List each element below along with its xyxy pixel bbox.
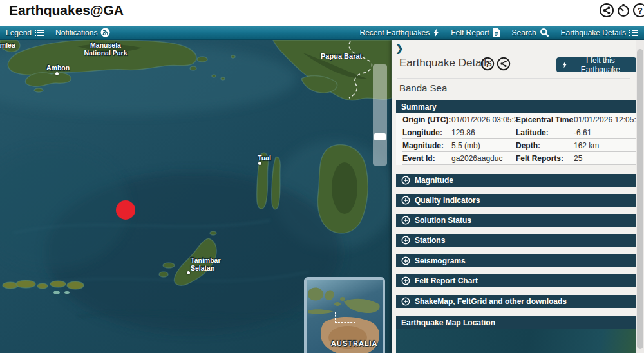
map-label-tual: Tual	[258, 154, 271, 162]
accordion-label: Stations	[415, 236, 445, 245]
document-icon	[493, 28, 500, 37]
plus-circle-icon	[401, 256, 410, 265]
map-zoom-slider[interactable]	[373, 64, 387, 166]
accordion-felt-report-chart[interactable]: Felt Report Chart	[396, 274, 636, 287]
summary-value: 129.86	[451, 126, 516, 139]
accordion-label: Solution Status	[415, 216, 471, 225]
nav-felt-report[interactable]: Felt Report	[445, 26, 506, 40]
panel-help-icon[interactable]: ?	[480, 57, 495, 71]
plus-circle-icon	[401, 236, 410, 245]
map-label-tanimbar: Tanimbar Selatan	[191, 256, 220, 272]
map-label-papua-barat: Papua Barat	[321, 52, 362, 60]
summary-value: 162 km	[574, 139, 636, 152]
summary-section: Summary Origin (UTC): 01/01/2026 03:05:2…	[396, 100, 636, 165]
accordion-label: Quality Indicators	[415, 196, 480, 205]
history-icon[interactable]	[616, 3, 631, 18]
panel-share-icon[interactable]	[497, 57, 511, 71]
summary-label: Magnitude:	[402, 139, 451, 152]
earthquake-location-map-thumbnail	[396, 329, 636, 353]
inset-label-australia: AUSTRALIA	[331, 339, 378, 347]
accordion-label: Magnitude	[415, 176, 453, 185]
list-icon	[35, 29, 44, 37]
nav-search[interactable]: Search	[506, 26, 555, 40]
details-panel: ❯ Earthquake Details ? I felt this Earth…	[392, 40, 636, 353]
map-label-ambon: Ambon	[46, 64, 70, 72]
accordion-label: Felt Report Chart	[415, 276, 478, 285]
overview-inset-map: AUSTRALIA	[304, 277, 385, 353]
help-icon[interactable]: ?	[632, 3, 644, 18]
plus-circle-icon	[401, 276, 410, 285]
accordion-shakemap-downloads[interactable]: ShakeMap, FeltGrid and other downloads	[396, 295, 636, 308]
summary-header: Summary	[396, 100, 636, 113]
felt-earthquake-button[interactable]: I felt this Earthquake	[556, 57, 636, 72]
plus-circle-icon	[401, 196, 410, 205]
plus-circle-icon	[401, 176, 410, 185]
search-icon	[540, 28, 549, 37]
tanimbar-dot	[187, 271, 190, 274]
nav-earthquake-details-label: Earthquake Details	[561, 28, 626, 37]
panel-scrollbar[interactable]	[636, 40, 644, 353]
summary-table: Origin (UTC): 01/01/2026 03:05:25 Epicen…	[396, 113, 636, 165]
nav-legend-label: Legend	[6, 28, 32, 37]
earthquake-place-name: Banda Sea	[399, 82, 447, 93]
summary-value: 01/01/2026 03:05:25	[451, 113, 516, 126]
svg-text:?: ?	[485, 60, 489, 69]
accordion-solution-status[interactable]: Solution Status	[396, 214, 636, 227]
panel-scrollbar-thumb[interactable]	[637, 49, 643, 349]
panel-collapse-chevron-icon[interactable]: ❯	[395, 43, 404, 54]
summary-label: Latitude:	[516, 126, 574, 139]
map-label-partial: amlea	[0, 41, 15, 49]
nav-notifications-label: Notifications	[55, 28, 97, 37]
nav-recent-earthquakes[interactable]: Recent Earthquakes	[354, 26, 445, 40]
summary-value: 5.5 (mb)	[451, 139, 516, 152]
accordion-label: ShakeMap, FeltGrid and other downloads	[415, 297, 567, 306]
ambon-dot	[55, 72, 59, 75]
map-label-manusela: Manusela National Park	[70, 41, 142, 57]
header-icons: ?	[599, 3, 644, 18]
accordion-magnitude[interactable]: Magnitude	[396, 174, 636, 187]
accordion-label: Seismograms	[415, 256, 466, 265]
summary-value: 01/01/2026 12:05:25	[574, 113, 636, 126]
bolt-icon	[433, 28, 439, 37]
svg-text:?: ?	[638, 6, 643, 15]
nav-legend[interactable]: Legend	[0, 26, 50, 40]
app-title: Earthquakes@GA	[9, 3, 124, 18]
summary-label: Event Id:	[402, 152, 451, 165]
earthquake-marker[interactable]	[116, 200, 135, 220]
rss-icon	[100, 28, 110, 37]
bolt-icon	[562, 61, 567, 69]
summary-label: Origin (UTC):	[402, 113, 451, 126]
summary-value: 25	[574, 152, 636, 165]
inset-extent-rectangle	[335, 312, 355, 323]
nav-felt-report-label: Felt Report	[451, 28, 489, 37]
map[interactable]: amlea Manusela National Park Ambon Papua…	[0, 40, 392, 353]
map-zoom-handle[interactable]	[374, 133, 386, 140]
plus-circle-icon	[401, 297, 410, 306]
nav-search-label: Search	[512, 28, 536, 37]
earthquake-map-location-header: Earthquake Map Location	[396, 316, 636, 329]
nav-earthquake-details[interactable]: Earthquake Details	[555, 26, 644, 40]
panel-title: Earthquake Details	[399, 57, 492, 70]
accordion-seismograms[interactable]: Seismograms	[396, 254, 636, 267]
summary-label: Depth:	[516, 139, 574, 152]
summary-value: -6.61	[574, 126, 636, 139]
menu-icon	[629, 29, 638, 37]
plus-circle-icon	[401, 216, 410, 225]
nav-recent-earthquakes-label: Recent Earthquakes	[359, 28, 430, 37]
app-header: Earthquakes@GA ?	[0, 0, 644, 26]
nav-notifications[interactable]: Notifications	[50, 26, 116, 40]
summary-label: Epicentral Time:	[516, 113, 574, 126]
share-icon[interactable]	[599, 3, 614, 18]
accordion-quality-indicators[interactable]: Quality Indicators	[396, 194, 636, 207]
divider	[397, 78, 630, 79]
main-nav: Legend Notifications Recent Earthquakes …	[0, 26, 644, 40]
accordion-stations[interactable]: Stations	[396, 234, 636, 247]
summary-label: Felt Reports:	[516, 152, 574, 165]
felt-earthquake-button-label: I felt this Earthquake	[571, 56, 630, 74]
summary-value: ga2026aagduc	[451, 152, 516, 165]
tual-dot	[258, 162, 261, 165]
summary-label: Longitude:	[402, 126, 451, 139]
